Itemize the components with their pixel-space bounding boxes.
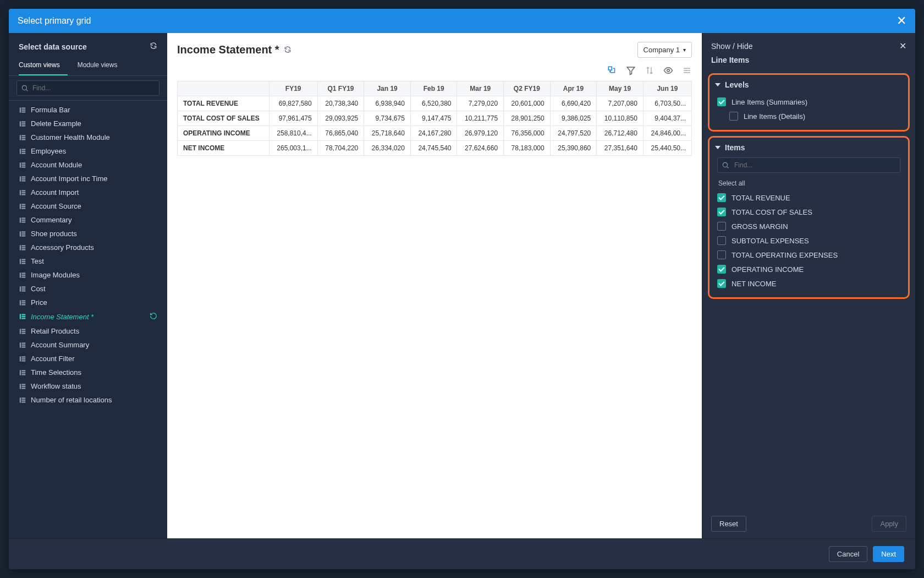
grid-cell[interactable]: 6,690,420	[550, 96, 597, 111]
sidebar-item-account-summary[interactable]: Account Summary	[9, 338, 167, 352]
panel-close-icon[interactable]: ✕	[899, 41, 906, 51]
row-header[interactable]: TOTAL REVENUE	[178, 96, 270, 111]
sidebar-item-number-of-retail-locations[interactable]: Number of retail locations	[9, 393, 167, 407]
sidebar-item-income-statement[interactable]: Income Statement *	[9, 309, 167, 324]
sidebar-item-cost[interactable]: Cost	[9, 282, 167, 296]
sidebar-item-delete-example[interactable]: Delete Example	[9, 117, 167, 130]
row-header[interactable]: NET INCOME	[178, 141, 270, 156]
sidebar-item-customer-health-module[interactable]: Customer Health Module	[9, 130, 167, 144]
sidebar-item-accessory-products[interactable]: Accessory Products	[9, 241, 167, 254]
grid-cell[interactable]: 97,961,475	[269, 111, 317, 126]
grid-cell[interactable]: 26,979,120	[457, 126, 504, 141]
grid-cell[interactable]: 9,147,475	[410, 111, 457, 126]
grid-cell[interactable]: 20,738,340	[317, 96, 364, 111]
sidebar-item-time-selections[interactable]: Time Selections	[9, 366, 167, 379]
column-header[interactable]: Feb 19	[410, 81, 457, 96]
sidebar-item-price[interactable]: Price	[9, 296, 167, 309]
grid-cell[interactable]: 6,520,380	[410, 96, 457, 111]
column-header[interactable]: Q2 FY19	[504, 81, 551, 96]
tab-module-views[interactable]: Module views	[78, 56, 125, 75]
company-selector[interactable]: Company 1 ▾	[637, 42, 692, 58]
pivot-icon[interactable]	[607, 66, 617, 75]
grid-cell[interactable]: 24,797,520	[550, 126, 597, 141]
grid-cell[interactable]: 76,865,040	[317, 126, 364, 141]
sidebar-item-account-filter[interactable]: Account Filter	[9, 352, 167, 366]
grid-cell[interactable]: 265,003,1...	[269, 141, 317, 156]
apply-button[interactable]: Apply	[872, 516, 906, 532]
grid-cell[interactable]: 29,093,925	[317, 111, 364, 126]
refresh-icon[interactable]	[150, 312, 157, 321]
tab-custom-views[interactable]: Custom views	[19, 56, 68, 75]
grid-cell[interactable]: 6,938,940	[364, 96, 411, 111]
sidebar-item-workflow-status[interactable]: Workflow status	[9, 379, 167, 393]
grid-cell[interactable]: 26,712,480	[597, 126, 644, 141]
items-toggle[interactable]: Items	[715, 143, 903, 152]
checkbox[interactable]	[717, 265, 726, 274]
checkbox[interactable]	[717, 250, 726, 259]
level-option[interactable]: Line Items (Details)	[727, 109, 903, 123]
sidebar-item-account-import[interactable]: Account Import	[9, 186, 167, 199]
sidebar-item-commentary[interactable]: Commentary	[9, 213, 167, 227]
grid-cell[interactable]: 27,624,660	[457, 141, 504, 156]
grid-cell[interactable]: 78,183,000	[504, 141, 551, 156]
grid-cell[interactable]: 25,390,860	[550, 141, 597, 156]
row-header[interactable]: TOTAL COST OF SALES	[178, 111, 270, 126]
eye-icon[interactable]	[663, 66, 673, 75]
grid-cell[interactable]: 7,207,080	[597, 96, 644, 111]
item-option[interactable]: TOTAL COST OF SALES	[715, 205, 903, 219]
grid-cell[interactable]: 27,351,640	[597, 141, 644, 156]
grid-cell[interactable]: 26,334,020	[364, 141, 411, 156]
column-header[interactable]: May 19	[597, 81, 644, 96]
item-option[interactable]: NET INCOME	[715, 276, 903, 291]
grid-cell[interactable]: 9,404,37...	[643, 111, 691, 126]
grid-cell[interactable]: 24,167,280	[410, 126, 457, 141]
checkbox[interactable]	[717, 279, 726, 288]
grid-cell[interactable]: 78,704,220	[317, 141, 364, 156]
reload-icon[interactable]	[284, 43, 292, 56]
levels-toggle[interactable]: Levels	[715, 80, 903, 89]
grid-cell[interactable]: 24,745,540	[410, 141, 457, 156]
column-header[interactable]: Jan 19	[364, 81, 411, 96]
level-option[interactable]: Line Items (Summaries)	[715, 95, 903, 109]
item-option[interactable]: TOTAL OPERATING EXPENSES	[715, 248, 903, 262]
grid-cell[interactable]: 25,718,640	[364, 126, 411, 141]
sidebar-item-employees[interactable]: Employees	[9, 144, 167, 158]
grid-cell[interactable]: 76,356,000	[504, 126, 551, 141]
reset-button[interactable]: Reset	[711, 516, 746, 532]
sidebar-item-shoe-products[interactable]: Shoe products	[9, 227, 167, 241]
data-source-search-input[interactable]	[16, 80, 160, 96]
column-header[interactable]: Mar 19	[457, 81, 504, 96]
next-button[interactable]: Next	[873, 546, 904, 562]
sidebar-item-account-import-inc-time[interactable]: Account Import inc Time	[9, 172, 167, 186]
column-header[interactable]: Jun 19	[643, 81, 691, 96]
select-all-link[interactable]: Select all	[715, 177, 903, 190]
cancel-button[interactable]: Cancel	[829, 546, 867, 562]
checkbox[interactable]	[717, 222, 726, 231]
items-search-input[interactable]	[717, 157, 900, 173]
checkbox[interactable]	[717, 193, 726, 202]
checkbox[interactable]	[717, 236, 726, 245]
grid-cell[interactable]: 10,211,775	[457, 111, 504, 126]
cycle-icon[interactable]	[150, 42, 157, 51]
column-header[interactable]: Apr 19	[550, 81, 597, 96]
sidebar-item-image-modules[interactable]: Image Modules	[9, 268, 167, 282]
grid-cell[interactable]: 258,810,4...	[269, 126, 317, 141]
sidebar-item-account-module[interactable]: Account Module	[9, 158, 167, 172]
column-header[interactable]: Q1 FY19	[317, 81, 364, 96]
sidebar-item-retail-products[interactable]: Retail Products	[9, 324, 167, 338]
item-option[interactable]: SUBTOTAL EXPENSES	[715, 233, 903, 248]
item-option[interactable]: GROSS MARGIN	[715, 219, 903, 233]
grid-cell[interactable]: 10,110,850	[597, 111, 644, 126]
sidebar-item-account-source[interactable]: Account Source	[9, 199, 167, 213]
sort-icon[interactable]	[645, 66, 654, 75]
grid-cell[interactable]: 9,386,025	[550, 111, 597, 126]
checkbox[interactable]	[717, 97, 726, 106]
grid-cell[interactable]: 69,827,580	[269, 96, 317, 111]
grid-cell[interactable]: 25,440,50...	[643, 141, 691, 156]
row-header[interactable]: OPERATING INCOME	[178, 126, 270, 141]
grid-cell[interactable]: 9,734,675	[364, 111, 411, 126]
grid-cell[interactable]: 24,846,00...	[643, 126, 691, 141]
sidebar-item-formula-bar[interactable]: Formula Bar	[9, 103, 167, 117]
grid-cell[interactable]: 20,601,000	[504, 96, 551, 111]
close-icon[interactable]: ✕	[897, 15, 906, 27]
